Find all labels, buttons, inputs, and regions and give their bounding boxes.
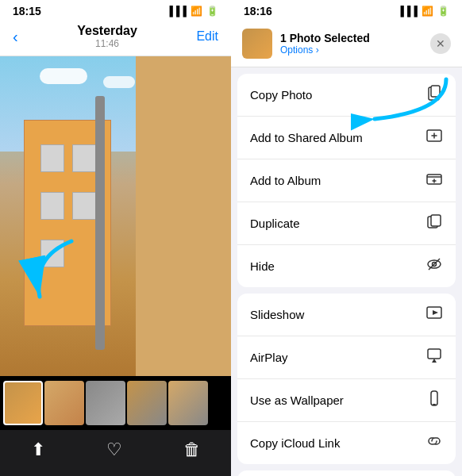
thumbnail-1[interactable] <box>3 381 43 425</box>
add-shared-album-icon <box>425 127 443 148</box>
menu-item-watch-face[interactable]: Create Watch Face <box>237 470 456 476</box>
svg-rect-16 <box>433 404 436 405</box>
menu-section-1: Copy Photo Add to Shared Album <box>237 74 456 287</box>
airplay-label: AirPlay <box>250 351 288 364</box>
nav-title: Yesterday <box>77 24 137 38</box>
battery-icon: 🔋 <box>206 6 218 17</box>
screen-container: 18:15 ▐▐▐ 📶 🔋 ‹ Yesterday 11:46 Edit <box>0 0 462 476</box>
left-panel: 18:15 ▐▐▐ 📶 🔋 ‹ Yesterday 11:46 Edit <box>0 0 231 476</box>
svg-marker-12 <box>433 310 438 315</box>
window-4 <box>72 192 96 220</box>
share-options-link[interactable]: Options › <box>280 44 422 56</box>
right-signal-icon: ▐▐▐ <box>397 6 418 17</box>
building-right <box>136 56 231 376</box>
menu-section-3: Create Watch Face Save to Files <box>237 470 456 476</box>
thumbnail-4[interactable] <box>127 381 167 425</box>
right-battery-icon: 🔋 <box>437 6 449 17</box>
left-nav-bar: ‹ Yesterday 11:46 Edit <box>0 21 231 56</box>
right-wifi-icon: 📶 <box>422 6 433 17</box>
menu-item-add-album[interactable]: Add to Album <box>237 159 456 202</box>
photo-main[interactable] <box>0 56 231 376</box>
airplay-icon <box>425 347 443 368</box>
slideshow-icon <box>425 304 443 325</box>
menu-item-icloud-link[interactable]: Copy iCloud Link <box>237 422 456 464</box>
menu-item-copy-photo[interactable]: Copy Photo <box>237 74 456 117</box>
share-close-button[interactable]: ✕ <box>430 33 451 54</box>
menu-section-2: Slideshow AirPlay <box>237 294 456 464</box>
icloud-link-icon <box>425 432 443 454</box>
menu-item-slideshow[interactable]: Slideshow <box>237 294 456 336</box>
cloud2 <box>103 76 135 88</box>
share-selected-label: 1 Photo Selected <box>280 32 422 44</box>
icloud-link-label: Copy iCloud Link <box>250 436 340 450</box>
right-time: 18:16 <box>244 5 272 17</box>
window-1 <box>40 144 64 172</box>
thumbnail-2[interactable] <box>44 381 84 425</box>
menu-list: Copy Photo Add to Shared Album <box>231 67 462 476</box>
right-panel: 18:16 ▐▐▐ 📶 🔋 1 Photo Selected Options ›… <box>231 0 462 476</box>
down-arrow-annotation <box>8 233 119 313</box>
add-album-label: Add to Album <box>250 174 321 187</box>
wallpaper-label: Use as Wallpaper <box>250 393 344 407</box>
duplicate-label: Duplicate <box>250 217 300 230</box>
right-status-icons: ▐▐▐ 📶 🔋 <box>397 6 449 17</box>
share-button[interactable]: ⬆ <box>18 436 58 463</box>
copy-photo-icon <box>425 84 443 106</box>
add-shared-album-label: Add to Shared Album <box>250 131 363 144</box>
duplicate-icon <box>425 213 443 234</box>
back-button[interactable]: ‹ <box>13 28 18 46</box>
svg-rect-15 <box>431 391 437 405</box>
left-time: 18:15 <box>13 5 41 17</box>
hide-label: Hide <box>250 259 275 273</box>
nav-subtitle: 11:46 <box>77 38 137 49</box>
window-3 <box>40 192 64 220</box>
signal-icon: ▐▐▐ <box>166 6 187 17</box>
nav-title-area: Yesterday 11:46 <box>77 24 137 49</box>
menu-item-wallpaper[interactable]: Use as Wallpaper <box>237 379 456 422</box>
edit-button[interactable]: Edit <box>196 29 218 44</box>
window-2 <box>72 144 96 172</box>
share-thumbnail <box>242 29 272 59</box>
wifi-icon: 📶 <box>191 6 202 17</box>
photo-bg <box>0 56 231 376</box>
delete-button[interactable]: 🗑 <box>171 436 214 463</box>
menu-item-hide[interactable]: Hide <box>237 245 456 287</box>
menu-item-add-shared-album[interactable]: Add to Shared Album <box>237 117 456 159</box>
cloud1 <box>40 68 87 84</box>
favorite-button[interactable]: ♡ <box>94 436 135 463</box>
svg-rect-3 <box>431 86 440 97</box>
copy-photo-label: Copy Photo <box>250 88 312 102</box>
svg-rect-13 <box>428 349 441 359</box>
left-status-icons: ▐▐▐ 📶 🔋 <box>166 6 218 17</box>
hide-icon <box>425 255 443 277</box>
left-status-bar: 18:15 ▐▐▐ 📶 🔋 <box>0 0 231 21</box>
menu-item-duplicate[interactable]: Duplicate <box>237 202 456 245</box>
right-status-bar: 18:16 ▐▐▐ 📶 🔋 <box>231 0 462 21</box>
add-album-icon <box>425 170 443 191</box>
thumbnail-3[interactable] <box>86 381 125 425</box>
svg-rect-7 <box>431 215 441 226</box>
menu-item-airplay[interactable]: AirPlay <box>237 336 456 379</box>
slideshow-label: Slideshow <box>250 308 304 321</box>
bottom-toolbar: ⬆ ♡ 🗑 <box>0 430 231 476</box>
thumbnail-strip <box>0 376 231 430</box>
share-info: 1 Photo Selected Options › <box>280 32 422 56</box>
wallpaper-icon <box>425 390 443 411</box>
thumbnail-5[interactable] <box>168 381 208 425</box>
share-header: 1 Photo Selected Options › ✕ <box>231 21 462 67</box>
